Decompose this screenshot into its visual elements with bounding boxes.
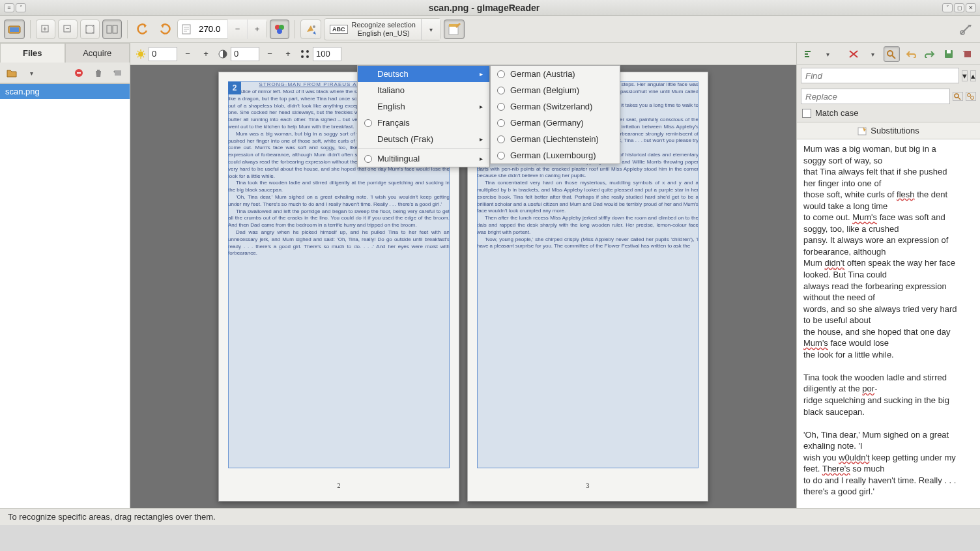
- save-output-button[interactable]: [941, 46, 957, 62]
- svg-rect-7: [107, 25, 111, 33]
- page-canvas[interactable]: STRONG-MAN FROM PIRAEUS AND OTHER STORIE…: [130, 65, 796, 508]
- strip-linebreaks-button[interactable]: [845, 46, 861, 62]
- language-submenu-item[interactable]: German (Belgium): [491, 82, 620, 98]
- language-menu-item[interactable]: Français: [358, 115, 489, 131]
- sources-panel: Files Acquire scan.png: [0, 43, 130, 508]
- language-menu[interactable]: Deutsch▸ItalianoEnglish▸FrançaisDeutsch …: [357, 65, 490, 167]
- contrast-plus[interactable]: +: [280, 47, 296, 61]
- redo-button[interactable]: [921, 46, 938, 62]
- contrast-minus[interactable]: −: [262, 47, 278, 61]
- brightness-value[interactable]: 0: [149, 47, 177, 61]
- svg-point-30: [968, 94, 971, 97]
- svg-rect-8: [113, 25, 117, 33]
- rotation-plus-button[interactable]: +: [247, 20, 267, 39]
- delete-file-button[interactable]: [91, 66, 106, 80]
- replace-input[interactable]: [801, 89, 950, 104]
- zoom-in-button[interactable]: +: [36, 20, 55, 39]
- language-submenu-item[interactable]: German (Liechtenstein): [491, 131, 620, 147]
- clear-output-button[interactable]: [960, 46, 976, 62]
- wm-close-icon[interactable]: ✕: [966, 3, 976, 12]
- svg-text:+: +: [43, 25, 47, 33]
- undo-button[interactable]: [902, 46, 919, 62]
- language-menu-label: English: [377, 102, 405, 111]
- spellcheck-word[interactable]: Mum's: [852, 212, 877, 222]
- spellcheck-word[interactable]: w0uldn't: [839, 453, 869, 462]
- language-submenu-label: German (Switzerland): [510, 102, 592, 111]
- match-case-checkbox[interactable]: [802, 109, 811, 118]
- radio-icon: [497, 119, 505, 127]
- output-panel-button[interactable]: [444, 20, 465, 39]
- substitutions-button[interactable]: Substitutions: [797, 122, 980, 139]
- strip-dropdown[interactable]: [865, 46, 881, 62]
- output-textarea[interactable]: Mum was a big woman, but big in asoggy s…: [797, 139, 980, 508]
- language-menu-item[interactable]: Italiano: [358, 82, 489, 98]
- rotate-right-button[interactable]: [155, 20, 175, 39]
- wm-shade-icon[interactable]: ˄: [16, 3, 26, 12]
- language-menu-item[interactable]: English▸: [358, 98, 489, 115]
- radio-icon: [364, 155, 372, 163]
- output-mode-button[interactable]: [801, 46, 817, 62]
- spellcheck-word[interactable]: flesh: [897, 190, 914, 199]
- language-submenu-item[interactable]: German (Austria): [491, 66, 620, 82]
- language-submenu-item[interactable]: German (Luxembourg): [491, 147, 620, 163]
- language-submenu-label: German (Austria): [510, 69, 575, 79]
- find-input[interactable]: [801, 68, 959, 83]
- wm-menu-icon[interactable]: ≡: [4, 3, 14, 12]
- zoom-original-button[interactable]: [102, 20, 122, 39]
- open-file-button[interactable]: [4, 66, 20, 80]
- wm-minimize-icon[interactable]: ˅: [942, 3, 953, 12]
- language-menu-item[interactable]: Multilingual▸: [358, 150, 489, 167]
- tab-acquire[interactable]: Acquire: [65, 43, 130, 63]
- window-title: scan.png - gImageReader: [26, 3, 942, 13]
- brightness-plus[interactable]: +: [198, 47, 214, 61]
- rotation-input[interactable]: [195, 21, 227, 38]
- language-menu-item[interactable]: Deutsch▸: [358, 66, 489, 82]
- zoom-out-button[interactable]: −: [58, 20, 78, 39]
- language-submenu-item[interactable]: German (Switzerland): [491, 98, 620, 115]
- wm-maximize-icon[interactable]: ◻: [954, 3, 964, 12]
- recognize-label-2: English (en_US): [358, 29, 410, 38]
- find-next-button[interactable]: ▴: [970, 70, 976, 81]
- rotation-minus-button[interactable]: −: [227, 20, 247, 39]
- find-replace-button[interactable]: [884, 46, 900, 62]
- spellcheck-word[interactable]: didn't: [825, 258, 845, 268]
- substitutions-label: Substitutions: [871, 126, 919, 135]
- recognize-button[interactable]: ABC Recognize selection English (en_US): [324, 21, 421, 37]
- image-controls-button[interactable]: [270, 20, 289, 39]
- replace-all-button[interactable]: [966, 92, 976, 101]
- sources-panel-button[interactable]: [4, 20, 25, 39]
- clear-files-button[interactable]: [110, 66, 126, 80]
- svg-point-13: [313, 25, 315, 28]
- file-list[interactable]: scan.png: [0, 83, 130, 508]
- zoom-fit-button[interactable]: [80, 20, 100, 39]
- brightness-minus[interactable]: −: [180, 47, 195, 61]
- abc-icon: ABC: [330, 25, 348, 34]
- open-recent-dropdown[interactable]: [23, 66, 39, 80]
- submenu-arrow-icon: ▸: [480, 70, 483, 78]
- output-mode-dropdown[interactable]: [820, 46, 836, 62]
- file-item[interactable]: scan.png: [0, 84, 130, 99]
- language-menu-label: Deutsch (Frak): [377, 134, 433, 144]
- rotate-left-button[interactable]: [133, 20, 152, 39]
- replace-one-button[interactable]: [953, 92, 963, 101]
- spellcheck-word[interactable]: por: [862, 384, 874, 393]
- status-bar: To recognize specific areas, drag rectan…: [0, 508, 980, 525]
- language-submenu[interactable]: German (Austria)German (Belgium)German (…: [490, 65, 620, 164]
- preferences-button[interactable]: [955, 20, 976, 39]
- contrast-value[interactable]: 0: [231, 47, 259, 61]
- tab-files[interactable]: Files: [0, 43, 65, 63]
- language-menu-label: Italiano: [377, 85, 405, 95]
- language-menu-item[interactable]: Deutsch (Frak)▸: [358, 131, 489, 147]
- language-submenu-item[interactable]: German (Germany): [491, 115, 620, 131]
- find-prev-button[interactable]: ▾: [962, 70, 968, 81]
- language-menu-label: Multilingual: [377, 154, 420, 163]
- remove-file-button[interactable]: [71, 66, 87, 80]
- language-submenu-label: German (Germany): [510, 118, 584, 128]
- recognize-dropdown-button[interactable]: [421, 19, 440, 40]
- svg-point-24: [306, 55, 309, 58]
- autodetect-button[interactable]: [300, 20, 321, 39]
- svg-text:−: −: [66, 25, 70, 32]
- resolution-value[interactable]: 100: [313, 47, 341, 61]
- spellcheck-word[interactable]: Mum's: [803, 338, 828, 348]
- spellcheck-word[interactable]: There's: [822, 464, 850, 473]
